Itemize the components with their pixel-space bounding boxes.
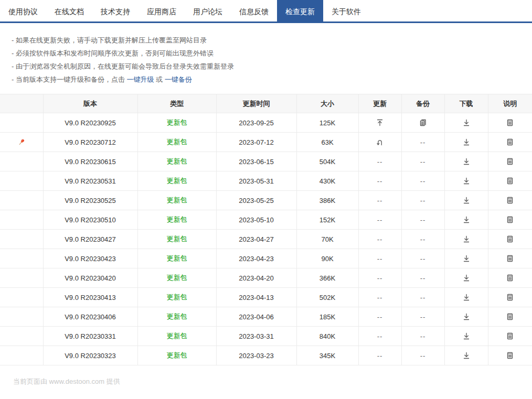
- info-doc-icon[interactable]: [506, 274, 514, 282]
- backup-action-cell: --: [401, 288, 444, 307]
- note-text: 或: [154, 76, 165, 83]
- info-doc-icon[interactable]: [506, 312, 514, 321]
- update-none: --: [377, 332, 383, 340]
- column-header-说明: 说明: [488, 94, 532, 113]
- info-doc-icon[interactable]: [506, 138, 514, 146]
- update-package-link[interactable]: 更新包: [167, 254, 187, 262]
- update-package-link[interactable]: 更新包: [167, 177, 187, 185]
- info-doc-icon[interactable]: [506, 215, 514, 224]
- info-doc-icon[interactable]: [506, 196, 514, 204]
- update-package-link[interactable]: 更新包: [167, 274, 187, 282]
- table-row: V9.0 R20230615更新包2023-06-15504K----: [0, 152, 532, 171]
- version-cell: V9.0 R20230423: [43, 249, 137, 268]
- update-action-cell: --: [358, 288, 401, 307]
- date-cell: 2023-07-12: [216, 133, 296, 152]
- table-row: V9.0 R20230510更新包2023-05-10152K----: [0, 210, 532, 230]
- info-doc-icon[interactable]: [506, 235, 514, 243]
- size-cell: 504K: [296, 152, 358, 171]
- one-click-backup-link[interactable]: 一键备份: [165, 76, 192, 83]
- size-cell: 840K: [296, 327, 358, 346]
- update-package-link[interactable]: 更新包: [167, 312, 187, 320]
- download-icon[interactable]: [462, 351, 471, 360]
- update-none: --: [377, 255, 383, 263]
- upgrade-icon[interactable]: [376, 118, 384, 127]
- update-action-cell: [358, 113, 401, 133]
- download-icon[interactable]: [462, 118, 471, 127]
- note-text: - 如果在线更新失败，请手动下载更新并解压上传覆盖至网站目录: [12, 36, 207, 44]
- update-package-link[interactable]: 更新包: [167, 332, 187, 340]
- download-action-cell: [444, 152, 488, 171]
- update-package-link[interactable]: 更新包: [167, 215, 187, 223]
- tab-6-active[interactable]: 检查更新: [277, 0, 323, 21]
- tab-4[interactable]: 用户论坛: [185, 0, 231, 21]
- column-header-大小: 大小: [296, 94, 358, 113]
- download-icon[interactable]: [462, 293, 471, 301]
- tab-7[interactable]: 关于软件: [323, 0, 369, 21]
- update-package-link[interactable]: 更新包: [167, 293, 187, 301]
- size-cell: 90K: [296, 249, 358, 268]
- info-doc-icon[interactable]: [506, 293, 514, 301]
- backup-none: --: [420, 255, 426, 263]
- table-row: V9.0 R20230531更新包2023-05-31430K----: [0, 171, 532, 191]
- download-icon[interactable]: [462, 177, 471, 185]
- table-header-row: 版本类型更新时间大小更新备份下载说明: [0, 94, 532, 113]
- version-cell: V9.0 R20230331: [43, 327, 137, 346]
- size-cell: 345K: [296, 346, 358, 365]
- update-notes: - 如果在线更新失败，请手动下载更新并解压上传覆盖至网站目录- 必须按软件版本和…: [0, 23, 532, 86]
- update-package-link[interactable]: 更新包: [167, 351, 187, 359]
- redo-update-icon[interactable]: [376, 138, 384, 146]
- tab-3[interactable]: 应用商店: [139, 0, 185, 21]
- download-icon[interactable]: [462, 312, 471, 321]
- table-row: V9.0 R20230525更新包2023-05-25386K----: [0, 191, 532, 210]
- date-cell: 2023-04-20: [216, 268, 296, 288]
- pin-cell: [0, 307, 43, 327]
- download-icon[interactable]: [462, 215, 471, 224]
- type-cell: 更新包: [137, 327, 216, 346]
- one-click-upgrade-link[interactable]: 一键升级: [127, 76, 154, 83]
- update-action-cell: --: [358, 249, 401, 268]
- version-cell: V9.0 R20230925: [43, 113, 137, 133]
- download-icon[interactable]: [462, 274, 471, 282]
- version-cell: V9.0 R20230420: [43, 268, 137, 288]
- update-package-link[interactable]: 更新包: [167, 157, 187, 165]
- download-icon[interactable]: [462, 138, 471, 146]
- tab-0[interactable]: 使用协议: [0, 0, 46, 21]
- backup-action-cell: --: [401, 327, 444, 346]
- date-cell: 2023-05-25: [216, 191, 296, 210]
- update-package-link[interactable]: 更新包: [167, 196, 187, 204]
- download-icon[interactable]: [462, 157, 471, 166]
- info-doc-icon[interactable]: [506, 177, 514, 185]
- table-row: V9.0 R20230323更新包2023-03-23345K----: [0, 346, 532, 365]
- tab-5[interactable]: 信息反馈: [231, 0, 277, 21]
- info-doc-icon[interactable]: [506, 351, 514, 360]
- version-cell: V9.0 R20230531: [43, 171, 137, 191]
- backup-action-cell: --: [401, 210, 444, 230]
- backup-none: --: [420, 274, 426, 282]
- info-doc-icon[interactable]: [506, 118, 514, 127]
- info-doc-icon[interactable]: [506, 332, 514, 340]
- tab-1[interactable]: 在线文档: [46, 0, 92, 21]
- type-cell: 更新包: [137, 210, 216, 230]
- column-header-pin: [0, 94, 43, 113]
- info-doc-icon[interactable]: [506, 254, 514, 263]
- backup-copy-icon[interactable]: [419, 118, 427, 127]
- update-none: --: [377, 294, 383, 301]
- version-cell: V9.0 R20230323: [43, 346, 137, 365]
- info-doc-icon[interactable]: [506, 157, 514, 166]
- download-icon[interactable]: [462, 332, 471, 340]
- download-icon[interactable]: [462, 196, 471, 204]
- info-action-cell: [488, 191, 532, 210]
- size-cell: 502K: [296, 288, 358, 307]
- version-cell: V9.0 R20230525: [43, 191, 137, 210]
- note-text: - 由于浏览器安全机制原因，在线更新可能会导致后台登录失效需重新登录: [12, 62, 234, 70]
- tab-2[interactable]: 技术支持: [92, 0, 139, 21]
- backup-none: --: [420, 197, 426, 204]
- update-package-link[interactable]: 更新包: [167, 138, 187, 146]
- column-header-版本: 版本: [43, 94, 137, 113]
- update-package-link[interactable]: 更新包: [167, 118, 187, 126]
- update-package-link[interactable]: 更新包: [167, 235, 187, 243]
- version-cell: V9.0 R20230427: [43, 230, 137, 249]
- download-icon[interactable]: [462, 254, 471, 263]
- download-icon[interactable]: [462, 235, 471, 243]
- type-cell: 更新包: [137, 152, 216, 171]
